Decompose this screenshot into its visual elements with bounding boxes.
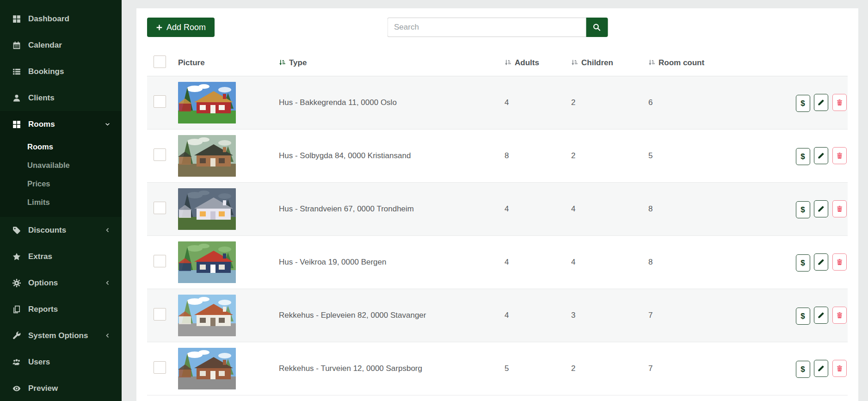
room-adults: 4	[501, 183, 567, 236]
search-input[interactable]	[387, 18, 586, 37]
sidebar-item-users[interactable]: Users	[0, 349, 122, 375]
column-header-picture: Picture	[174, 50, 275, 76]
sidebar-item-label: Rooms	[28, 119, 55, 130]
room-picture	[178, 348, 236, 389]
search-button[interactable]	[586, 18, 608, 37]
rooms-table: Picture Type Adults Children Room count	[147, 50, 848, 395]
sidebar-nav: Dashboard Calendar Bookings Clients Room…	[0, 0, 122, 401]
delete-button[interactable]	[832, 253, 847, 271]
sidebar-item-clients[interactable]: Clients	[0, 85, 122, 111]
chevron-down-icon	[105, 121, 111, 127]
room-children: 4	[567, 183, 645, 236]
room-picture	[178, 188, 236, 230]
pencil-icon	[818, 205, 825, 212]
sidebar-item-calendar[interactable]: Calendar	[0, 32, 122, 58]
row-checkbox[interactable]	[154, 255, 166, 267]
grid-icon	[12, 120, 21, 129]
calendar-icon	[12, 41, 21, 49]
room-adults: 8	[501, 130, 567, 183]
copy-icon	[12, 305, 21, 314]
trash-icon	[836, 312, 843, 319]
table-row: Hus - Solbygda 84, 0000 Kristiansand 8 2…	[147, 130, 848, 183]
sidebar-item-label: Preview	[28, 383, 58, 394]
sidebar-item-system-options[interactable]: System Options	[0, 322, 122, 349]
edit-button[interactable]	[814, 253, 828, 271]
sidebar-item-options[interactable]: Options	[0, 270, 122, 296]
sidebar-item-extras[interactable]: Extras	[0, 243, 122, 270]
sort-icon	[279, 59, 286, 66]
room-children: 2	[567, 76, 645, 130]
trash-icon	[836, 365, 843, 372]
search-icon	[593, 23, 601, 31]
edit-button[interactable]	[814, 147, 828, 164]
sidebar-item-label: Calendar	[28, 40, 62, 50]
delete-button[interactable]	[832, 360, 847, 377]
edit-button[interactable]	[814, 307, 828, 324]
trash-icon	[836, 259, 843, 265]
room-children: 2	[567, 342, 645, 395]
gear-icon	[12, 279, 21, 287]
edit-button[interactable]	[814, 360, 828, 377]
sort-icon	[648, 59, 655, 66]
sidebar-item-discounts[interactable]: Discounts	[0, 217, 122, 243]
table-row: Hus - Veikroa 19, 0000 Bergen 4 4 8 $	[147, 236, 848, 289]
edit-button[interactable]	[814, 200, 828, 217]
delete-button[interactable]	[832, 147, 847, 164]
sidebar-subitem-prices[interactable]: Prices	[0, 174, 122, 193]
add-room-button[interactable]: Add Room	[147, 18, 215, 37]
row-checkbox[interactable]	[154, 202, 166, 214]
room-adults: 5	[501, 342, 567, 395]
sidebar-item-rooms[interactable]: Rooms	[0, 111, 122, 137]
wrench-icon	[12, 332, 21, 340]
table-row: Hus - Strandveien 67, 0000 Trondheim 4 4…	[147, 183, 848, 236]
row-checkbox[interactable]	[154, 148, 166, 161]
delete-button[interactable]	[832, 307, 847, 324]
list-icon	[12, 68, 21, 76]
column-header-adults[interactable]: Adults	[501, 50, 567, 76]
room-children: 4	[567, 236, 645, 289]
sidebar-item-bookings[interactable]: Bookings	[0, 58, 122, 85]
row-checkbox[interactable]	[154, 95, 166, 108]
table-row: Hus - Bakkegrenda 11, 0000 Oslo 4 2 6 $	[147, 76, 848, 130]
select-all-checkbox[interactable]	[154, 56, 166, 68]
users-icon	[12, 358, 21, 366]
sidebar-item-preview[interactable]: Preview	[0, 375, 122, 401]
sidebar-item-dashboard[interactable]: Dashboard	[0, 6, 122, 32]
row-checkbox[interactable]	[154, 361, 166, 374]
sidebar-item-label: Reports	[28, 304, 58, 315]
column-header-room-count[interactable]: Room count	[645, 50, 779, 76]
grid-icon	[12, 15, 21, 23]
room-children: 2	[567, 130, 645, 183]
column-label-type: Type	[289, 58, 307, 67]
delete-button[interactable]	[832, 94, 847, 111]
pencil-icon	[818, 259, 825, 265]
column-label-adults: Adults	[515, 58, 539, 67]
room-children: 3	[567, 289, 645, 342]
star-icon	[12, 253, 21, 261]
column-header-children[interactable]: Children	[567, 50, 645, 76]
sidebar-item-reports[interactable]: Reports	[0, 296, 122, 322]
price-button[interactable]: $	[796, 254, 810, 271]
sidebar-item-label: Bookings	[28, 66, 64, 77]
edit-button[interactable]	[814, 94, 828, 111]
pencil-icon	[818, 99, 825, 106]
sidebar-item-label: Discounts	[28, 225, 66, 235]
room-adults: 4	[501, 236, 567, 289]
sidebar-subitem-limits[interactable]: Limits	[0, 193, 122, 211]
chevron-left-icon	[105, 280, 111, 286]
room-count: 7	[645, 289, 779, 342]
main-content: Add Room Picture Type	[122, 0, 868, 401]
sidebar-subitem-rooms[interactable]: Rooms	[0, 137, 122, 156]
delete-button[interactable]	[832, 200, 847, 217]
eye-icon	[12, 384, 21, 393]
price-button[interactable]: $	[796, 361, 810, 378]
user-icon	[12, 94, 21, 102]
price-button[interactable]: $	[796, 148, 810, 165]
row-checkbox[interactable]	[154, 308, 166, 321]
column-header-type[interactable]: Type	[275, 50, 501, 76]
price-button[interactable]: $	[796, 201, 810, 218]
price-button[interactable]: $	[796, 95, 810, 112]
price-button[interactable]: $	[796, 308, 810, 325]
sidebar-subitem-unavailable[interactable]: Unavailable	[0, 156, 122, 174]
dollar-icon: $	[800, 99, 805, 107]
